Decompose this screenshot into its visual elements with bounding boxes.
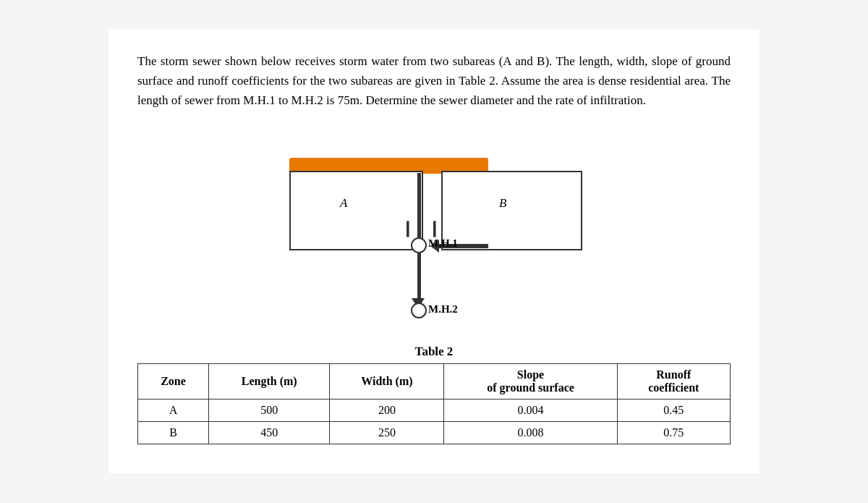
mh2-circle <box>411 303 427 318</box>
table-title: Table 2 <box>137 345 731 359</box>
diagram: A B ┃ ┃ M.H.1 M.H.2 <box>246 127 622 337</box>
zone-a-label: A <box>340 196 347 211</box>
table-cell: 0.008 <box>444 422 617 444</box>
table-cell: 200 <box>330 400 444 422</box>
problem-text: The storm sewer shown below receives sto… <box>137 51 731 111</box>
col-runoff: Runoffcoefficient <box>617 364 730 400</box>
mh1-circle <box>411 237 427 253</box>
table-cell: B <box>138 422 209 444</box>
mh1-label: M.H.1 <box>428 237 458 250</box>
mh2-label: M.H.2 <box>428 303 458 316</box>
table-header-row: Zone Length (m) Width (m) Slopeof ground… <box>138 364 731 400</box>
table-cell: 500 <box>209 400 330 422</box>
inlet-a-symbol: ┃ <box>404 221 412 237</box>
table-row: A5002000.0040.45 <box>138 400 731 422</box>
zone-a-rect <box>289 171 423 250</box>
data-table: Zone Length (m) Width (m) Slopeof ground… <box>137 363 731 444</box>
page: The storm sewer shown below receives sto… <box>109 30 760 474</box>
col-slope: Slopeof ground surface <box>444 364 617 400</box>
inlet-b-symbol: ┃ <box>430 221 438 237</box>
vert-pipe-mh1-mh2 <box>417 253 421 298</box>
diagram-area: A B ┃ ┃ M.H.1 M.H.2 <box>137 127 731 337</box>
table-section: Table 2 Zone Length (m) Width (m) Slopeo… <box>137 345 731 444</box>
table-cell: 0.004 <box>444 400 617 422</box>
col-width: Width (m) <box>330 364 444 400</box>
col-length: Length (m) <box>209 364 330 400</box>
col-zone: Zone <box>138 364 209 400</box>
table-cell: 450 <box>209 422 330 444</box>
vert-pipe-a <box>417 173 421 242</box>
zone-b-label: B <box>499 196 506 211</box>
zone-b-rect <box>441 171 582 250</box>
table-cell: 0.45 <box>617 400 730 422</box>
table-cell: 0.75 <box>617 422 730 444</box>
table-row: B4502500.0080.75 <box>138 422 731 444</box>
table-cell: 250 <box>330 422 444 444</box>
table-cell: A <box>138 400 209 422</box>
